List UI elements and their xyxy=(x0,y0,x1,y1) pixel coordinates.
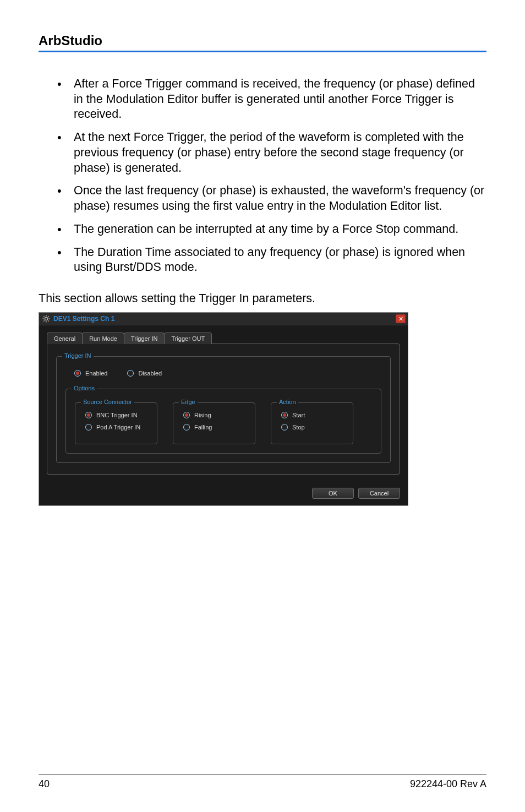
group-legend-options: Options xyxy=(72,385,97,391)
titlebar: DEV1 Settings Ch 1 ✕ xyxy=(39,313,408,325)
list-item: After a Force Trigger command is receive… xyxy=(57,77,486,122)
group-source-connector: Source Connector BNC Trigger IN Pod A Tr… xyxy=(75,402,157,444)
radio-rising[interactable]: Rising xyxy=(183,412,245,418)
group-trigger-in: Trigger IN Enabled Disabled Options xyxy=(56,356,391,463)
radio-dot-icon xyxy=(74,370,81,377)
group-edge: Edge Rising Falling xyxy=(173,402,255,444)
group-legend-trigger-in: Trigger IN xyxy=(62,352,94,359)
group-legend-action: Action xyxy=(277,399,298,405)
doc-revision: 922244-00 Rev A xyxy=(410,778,486,790)
tab-general[interactable]: General xyxy=(47,333,83,344)
radio-dot-icon xyxy=(183,412,190,418)
group-legend-source: Source Connector xyxy=(81,399,134,405)
page-number: 40 xyxy=(39,778,50,790)
dialog-title: DEV1 Settings Ch 1 xyxy=(53,315,114,323)
radio-stop[interactable]: Stop xyxy=(281,424,343,430)
radio-dot-icon xyxy=(85,424,92,430)
list-item: The Duration Time associated to any freq… xyxy=(57,245,486,275)
group-legend-edge: Edge xyxy=(179,399,198,405)
group-action: Action Start Stop xyxy=(271,402,353,444)
list-item: At the next Force Trigger, the period of… xyxy=(57,130,486,176)
cancel-button[interactable]: Cancel xyxy=(358,488,400,499)
radio-dot-icon xyxy=(85,412,92,418)
radio-label: Start xyxy=(292,412,305,418)
tab-panel-trigger-in: Trigger IN Enabled Disabled Options xyxy=(47,344,400,475)
svg-line-7 xyxy=(48,316,49,317)
svg-line-8 xyxy=(43,320,45,321)
footer-rule xyxy=(39,775,486,775)
settings-dialog: DEV1 Settings Ch 1 ✕ General Run Mode Tr… xyxy=(39,312,408,506)
radio-dot-icon xyxy=(281,424,288,430)
radio-label: Pod A Trigger IN xyxy=(96,424,140,430)
radio-label: Stop xyxy=(292,424,305,430)
radio-label: Falling xyxy=(194,424,212,430)
radio-label: Disabled xyxy=(138,370,162,377)
close-icon: ✕ xyxy=(398,316,403,322)
radio-falling[interactable]: Falling xyxy=(183,424,245,430)
svg-line-5 xyxy=(43,316,45,317)
radio-disabled[interactable]: Disabled xyxy=(127,370,162,377)
bullet-list: After a Force Trigger command is receive… xyxy=(39,77,486,275)
close-button[interactable]: ✕ xyxy=(396,314,406,323)
tab-trigger-out[interactable]: Trigger OUT xyxy=(164,333,212,344)
radio-label: Enabled xyxy=(85,370,107,377)
svg-line-6 xyxy=(48,320,49,321)
radio-enabled[interactable]: Enabled xyxy=(74,370,107,377)
tab-trigger-in[interactable]: Trigger IN xyxy=(124,333,165,344)
list-item: Once the last frequency (or phase) is ex… xyxy=(57,183,486,214)
radio-label: BNC Trigger IN xyxy=(96,412,138,418)
group-options: Options Source Connector BNC Trigger IN xyxy=(65,389,381,454)
ok-button[interactable]: OK xyxy=(312,488,354,499)
header-rule xyxy=(39,51,486,52)
svg-point-0 xyxy=(45,317,47,320)
radio-dot-icon xyxy=(281,412,288,418)
radio-pod-a-trigger-in[interactable]: Pod A Trigger IN xyxy=(85,424,147,430)
tab-strip: General Run Mode Trigger IN Trigger OUT xyxy=(47,333,400,344)
section-intro: This section allows setting the Trigger … xyxy=(39,292,486,306)
list-item: The generation can be interrupted at any… xyxy=(57,222,486,237)
dialog-button-bar: OK Cancel xyxy=(39,482,408,505)
radio-label: Rising xyxy=(194,412,211,418)
gear-icon xyxy=(42,315,50,323)
page-footer: 40 922244-00 Rev A xyxy=(39,775,486,790)
page-header-title: ArbStudio xyxy=(39,33,486,48)
tab-run-mode[interactable]: Run Mode xyxy=(82,333,124,344)
radio-bnc-trigger-in[interactable]: BNC Trigger IN xyxy=(85,412,147,418)
radio-dot-icon xyxy=(183,424,190,430)
radio-start[interactable]: Start xyxy=(281,412,343,418)
radio-dot-icon xyxy=(127,370,134,377)
